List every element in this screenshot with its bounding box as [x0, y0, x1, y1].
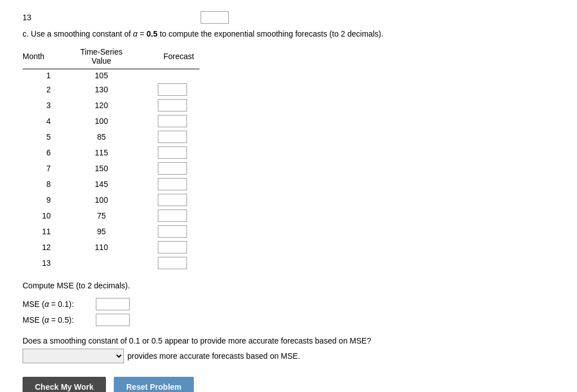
- check-my-work-button[interactable]: Check My Work: [23, 377, 106, 392]
- ts-value-cell: 130: [68, 82, 135, 97]
- col-header-month: Month: [23, 46, 68, 69]
- ts-value-cell: 115: [68, 145, 135, 161]
- table-row: 1195: [23, 224, 199, 239]
- forecast-cell[interactable]: [135, 113, 199, 129]
- month-cell: 8: [23, 176, 68, 192]
- forecast-cell[interactable]: [135, 255, 199, 271]
- col-header-forecast: Forecast: [135, 46, 199, 69]
- mse-01-label: MSE (α = 0.1):: [23, 300, 96, 309]
- forecast-cell[interactable]: [135, 82, 199, 97]
- forecast-cell[interactable]: [135, 176, 199, 192]
- forecast-input[interactable]: [158, 83, 187, 96]
- data-table: Month Time-Series Value Forecast 1105213…: [23, 46, 199, 271]
- month-cell: 12: [23, 239, 68, 255]
- table-row: 6115: [23, 145, 199, 161]
- table-row: 585: [23, 129, 199, 145]
- mse-05-label: MSE (α = 0.5):: [23, 315, 96, 324]
- ts-value-cell: 105: [68, 69, 135, 82]
- ts-value-cell: 145: [68, 176, 135, 192]
- forecast-cell[interactable]: [135, 145, 199, 161]
- month-cell: 9: [23, 192, 68, 208]
- month-cell: 6: [23, 145, 68, 161]
- forecast-cell: [135, 69, 199, 82]
- mse-01-row: MSE (α = 0.1):: [23, 298, 554, 310]
- forecast-cell[interactable]: [135, 192, 199, 208]
- forecast-cell[interactable]: [135, 239, 199, 255]
- forecast-input[interactable]: [158, 99, 187, 112]
- ts-value-cell: 95: [68, 224, 135, 239]
- month-cell: 4: [23, 113, 68, 129]
- forecast-input[interactable]: [158, 210, 187, 222]
- forecast-cell[interactable]: [135, 97, 199, 113]
- table-row: 12110: [23, 239, 199, 255]
- ts-value-cell: 110: [68, 239, 135, 255]
- accuracy-dropdown[interactable]: 0.10.5: [23, 349, 124, 363]
- month-cell: 1: [23, 69, 68, 82]
- ts-value-cell: 120: [68, 97, 135, 113]
- table-row: 7150: [23, 161, 199, 176]
- ts-value-cell: 100: [68, 192, 135, 208]
- month-cell: 2: [23, 82, 68, 97]
- forecast-cell[interactable]: [135, 208, 199, 224]
- forecast-input[interactable]: [158, 194, 187, 206]
- table-row: 1075: [23, 208, 199, 224]
- table-row: 4100: [23, 113, 199, 129]
- table-row: 8145: [23, 176, 199, 192]
- forecast-input[interactable]: [158, 241, 187, 253]
- dropdown-section: Does a smoothing constant of 0.1 or 0.5 …: [23, 336, 554, 363]
- buttons-row: Check My Work Reset Problem: [23, 377, 554, 392]
- top-number-label: 13: [23, 13, 32, 22]
- table-row: 9100: [23, 192, 199, 208]
- forecast-cell[interactable]: [135, 224, 199, 239]
- forecast-cell[interactable]: [135, 129, 199, 145]
- forecast-input[interactable]: [158, 257, 187, 269]
- ts-value-cell: 75: [68, 208, 135, 224]
- col-header-ts: Time-Series Value: [68, 46, 135, 69]
- mse-01-input[interactable]: [96, 298, 130, 310]
- ts-value-cell: 150: [68, 161, 135, 176]
- instruction-text: c. Use a smoothing constant of α = 0.5 t…: [23, 29, 554, 38]
- forecast-input[interactable]: [158, 178, 187, 190]
- reset-problem-button[interactable]: Reset Problem: [114, 377, 194, 392]
- dropdown-suffix: provides more accurate forecasts based o…: [127, 351, 300, 360]
- ts-value-cell: 100: [68, 113, 135, 129]
- ts-value-cell: 85: [68, 129, 135, 145]
- table-row: 3120: [23, 97, 199, 113]
- month-cell: 7: [23, 161, 68, 176]
- month-cell: 13: [23, 255, 68, 271]
- month-cell: 10: [23, 208, 68, 224]
- month-cell: 5: [23, 129, 68, 145]
- forecast-input[interactable]: [158, 115, 187, 127]
- forecast-input[interactable]: [158, 146, 187, 159]
- month-cell: 3: [23, 97, 68, 113]
- top-row: 13: [23, 11, 554, 24]
- ts-value-cell: [68, 255, 135, 271]
- dropdown-row: 0.10.5 provides more accurate forecasts …: [23, 349, 554, 363]
- forecast-input[interactable]: [158, 225, 187, 238]
- month-cell: 11: [23, 224, 68, 239]
- compute-label: Compute MSE (to 2 decimals).: [23, 281, 554, 290]
- mse-05-input[interactable]: [96, 314, 130, 326]
- dropdown-question: Does a smoothing constant of 0.1 or 0.5 …: [23, 336, 554, 345]
- forecast-input[interactable]: [158, 131, 187, 143]
- top-input[interactable]: [201, 11, 229, 24]
- forecast-cell[interactable]: [135, 161, 199, 176]
- table-row: 1105: [23, 69, 199, 82]
- mse-section: MSE (α = 0.1): MSE (α = 0.5):: [23, 298, 554, 326]
- forecast-input[interactable]: [158, 162, 187, 175]
- table-row: 13: [23, 255, 199, 271]
- mse-05-row: MSE (α = 0.5):: [23, 314, 554, 326]
- table-row: 2130: [23, 82, 199, 97]
